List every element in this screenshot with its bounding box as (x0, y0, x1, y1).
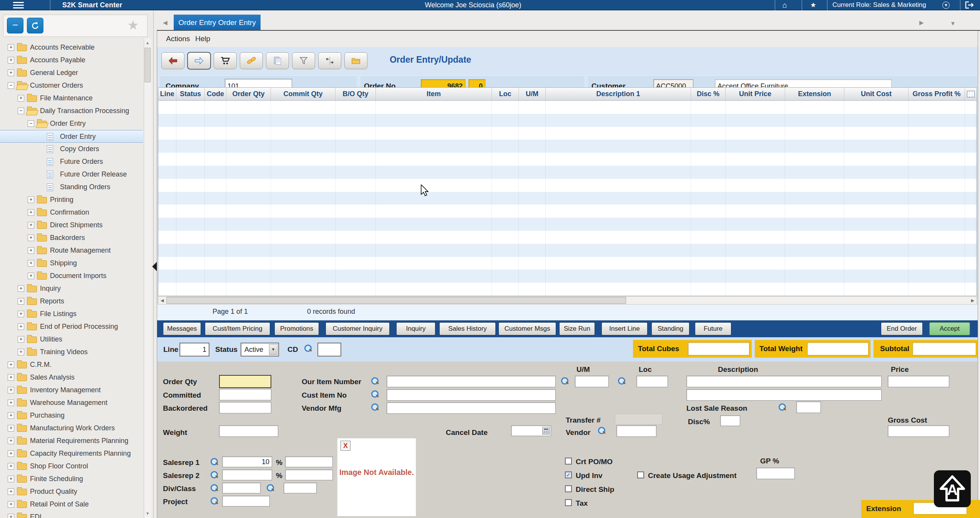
current-role-selector[interactable]: Current Role: Sales & Marketing (832, 1, 926, 9)
div-field[interactable] (222, 483, 261, 493)
create-usage-checkbox[interactable] (637, 471, 644, 478)
project-search-icon[interactable] (210, 496, 218, 506)
description-field-1[interactable] (686, 376, 882, 387)
grid-row-empty[interactable] (158, 114, 977, 127)
expand-toggle-icon[interactable]: + (18, 285, 24, 292)
tree-item-document-imports[interactable]: +Document Imports (0, 270, 143, 282)
tree-item-utilities[interactable]: +Utilities (0, 333, 143, 346)
tree-item-training-videos[interactable]: +Training Videos (0, 346, 143, 358)
tree-item-copy-orders[interactable]: Copy Orders (0, 143, 143, 155)
expand-toggle-icon[interactable]: + (8, 463, 14, 470)
tree-item-customer-orders[interactable]: −Customer Orders (0, 79, 143, 92)
tree-item-printing[interactable]: +Printing (0, 193, 143, 206)
grid-row-empty[interactable] (158, 244, 977, 257)
link-button[interactable] (240, 52, 263, 69)
merge-button[interactable] (318, 52, 341, 69)
column-header-loc[interactable]: Loc (492, 88, 519, 100)
tree-item-general-ledger[interactable]: +General Ledger (0, 67, 143, 79)
expand-toggle-icon[interactable]: + (28, 273, 34, 279)
column-header-item[interactable]: Item (376, 88, 492, 100)
lost-sale-search-icon[interactable] (778, 403, 786, 412)
filter-button[interactable] (292, 52, 315, 69)
home-icon[interactable]: ⌂ (782, 0, 787, 10)
expand-toggle-icon[interactable]: + (8, 412, 14, 419)
expand-toggle-icon[interactable]: − (18, 108, 24, 114)
cart-button[interactable] (214, 52, 237, 69)
action-button-inquiry[interactable]: Inquiry (396, 322, 435, 335)
column-header-unit-price[interactable]: Unit Price (726, 88, 785, 100)
grid-row-empty[interactable] (158, 205, 977, 218)
expand-toggle-icon[interactable]: + (8, 57, 14, 63)
item-search-icon[interactable] (370, 376, 379, 386)
role-chevron-icon[interactable]: ▼ (942, 2, 950, 9)
order-qty-field[interactable] (219, 375, 271, 388)
cd-field[interactable] (317, 343, 341, 356)
forward-button[interactable] (188, 52, 211, 69)
action-button-customer-msgs[interactable]: Customer Msgs (498, 322, 556, 335)
tree-item-product-quality[interactable]: +Product Quality (0, 485, 143, 498)
column-header-gross-profit[interactable]: Gross Profit % (909, 88, 965, 100)
tree-scrollbar[interactable] (144, 38, 151, 518)
tree-item-manufacturing-work-orders[interactable]: +Manufacturing Work Orders (0, 422, 143, 435)
grid-row-empty[interactable] (158, 101, 977, 114)
expand-toggle-icon[interactable]: + (8, 387, 14, 393)
expand-toggle-icon[interactable]: + (28, 260, 34, 266)
paste-button[interactable] (266, 52, 289, 69)
expand-toggle-icon[interactable]: + (18, 95, 24, 102)
grid-row-empty[interactable] (158, 218, 977, 231)
expand-toggle-icon[interactable]: + (8, 425, 14, 431)
tree-item-purchasing[interactable]: +Purchasing (0, 409, 143, 422)
gp-field[interactable] (756, 468, 795, 479)
tree-item-edi[interactable]: +EDI (0, 511, 143, 518)
line-number-field[interactable]: 1 (179, 343, 209, 356)
action-button-sales-history[interactable]: Sales History (439, 322, 496, 335)
expand-toggle-icon[interactable]: + (18, 311, 24, 317)
action-button-cust-item-pricing[interactable]: Cust/Item Pricing (205, 322, 270, 335)
salesrep1-search-icon[interactable] (210, 457, 218, 466)
tree-item-future-orders[interactable]: Future Orders (0, 155, 143, 168)
cust-item-no-field[interactable] (387, 389, 556, 401)
column-header-u-m[interactable]: U/M (519, 88, 546, 100)
um-search-icon[interactable] (560, 376, 569, 386)
upd-inv-checkbox[interactable]: ✓ (565, 471, 572, 478)
expand-toggle-icon[interactable]: + (8, 400, 14, 406)
column-header-b-o-qty[interactable]: B/O Qty (336, 88, 376, 100)
tree-item-retail-point-of-sale[interactable]: +Retail Point of Sale (0, 498, 143, 511)
expand-toggle-icon[interactable]: + (28, 209, 34, 216)
salesrep2-pct-field[interactable] (285, 470, 333, 480)
expand-toggle-icon[interactable]: + (8, 438, 14, 444)
committed-field[interactable] (219, 389, 271, 400)
action-button-standing[interactable]: Standing (651, 322, 689, 335)
scroll-right-icon[interactable]: ▶ (969, 296, 977, 304)
description-field-2[interactable] (686, 389, 882, 401)
our-item-number-field[interactable] (387, 376, 556, 387)
grid-row-empty[interactable] (158, 283, 977, 296)
expand-toggle-icon[interactable]: + (8, 488, 14, 495)
action-button-size-run[interactable]: Size Run (559, 322, 595, 335)
expand-toggle-icon[interactable]: + (18, 323, 24, 330)
loc-field[interactable] (636, 376, 668, 387)
price-field[interactable] (888, 376, 949, 387)
tree-item-inventory-management[interactable]: +Inventory Management (0, 384, 143, 396)
expand-toggle-icon[interactable]: + (28, 222, 34, 228)
status-select[interactable]: Active ▼ (241, 343, 279, 356)
expand-toggle-icon[interactable]: + (8, 70, 14, 76)
tree-item-order-entry[interactable]: Order Entry (0, 130, 143, 143)
tab-order-entry[interactable]: Order Entry Order Entry (174, 15, 261, 30)
loc-search-icon[interactable] (617, 376, 626, 386)
salesrep1-pct-field[interactable] (285, 456, 333, 467)
calendar-icon[interactable] (542, 427, 550, 435)
salesrep2-search-icon[interactable] (210, 470, 218, 480)
expand-toggle-icon[interactable]: + (28, 235, 34, 241)
class-search-icon[interactable] (266, 483, 274, 493)
disc-field[interactable] (720, 415, 740, 426)
column-header-line[interactable]: Line (158, 88, 176, 100)
tree-scrollbar-thumb[interactable] (145, 48, 151, 82)
grid-row-empty[interactable] (158, 179, 977, 192)
hamburger-menu-icon[interactable] (13, 2, 24, 8)
column-header-code[interactable]: Code (205, 88, 226, 100)
column-header-commit-qty[interactable]: Commit Qty (271, 88, 336, 100)
expand-toggle-icon[interactable]: + (28, 197, 34, 203)
column-header-disc[interactable]: Disc % (691, 88, 726, 100)
menu-actions[interactable]: Actions (166, 35, 190, 43)
